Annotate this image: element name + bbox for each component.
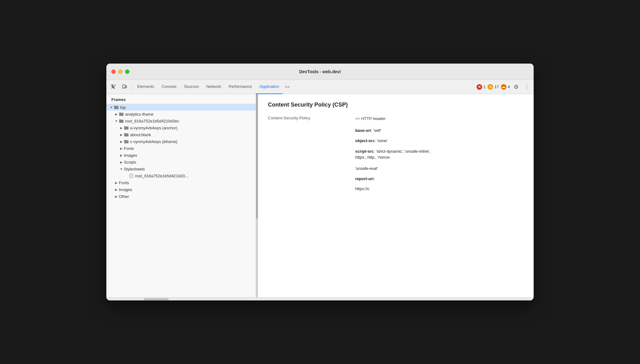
sidebar-header: Frames <box>106 94 256 104</box>
sidebar: Frames top analytics-iframe <box>106 94 256 297</box>
tab-elements[interactable]: Elements <box>133 80 158 94</box>
bottom-scrollbar-thumb <box>144 298 169 300</box>
toolbar-separator <box>131 84 132 90</box>
window-title: DevTools - web.dev/ <box>299 69 341 74</box>
csp-row-object-src: object-src: 'none' <box>268 138 524 144</box>
error-badge[interactable]: ✕ 1 <box>477 84 486 90</box>
tab-list: Elements Console Sources Network Perform… <box>133 80 476 94</box>
svg-rect-6 <box>125 86 127 88</box>
tree-arrow-fonts-outer <box>114 180 119 185</box>
tab-network[interactable]: Network <box>203 80 225 94</box>
sidebar-item-label-bframe: c-vynmy4vb4wys (bframe) <box>130 139 177 144</box>
info-icon: ▬ <box>501 84 507 90</box>
tree-arrow-bframe <box>119 139 124 144</box>
folder-icon-bframe <box>124 139 129 144</box>
sidebar-item-label-stylesheet-file: root_616a752e1b5d4210d3... <box>135 174 188 178</box>
error-count: 1 <box>483 84 486 89</box>
csp-value-header: <> HTTP header <box>355 116 385 122</box>
tab-application[interactable]: Application <box>256 80 283 94</box>
sidebar-item-fonts-outer[interactable]: Fonts <box>106 179 256 186</box>
sidebar-item-label-other-outer: Other <box>119 194 129 199</box>
titlebar: DevTools - web.dev/ <box>106 64 534 80</box>
more-options-button[interactable]: ⋮ <box>522 83 531 91</box>
tree-arrow-images-inner <box>119 153 124 158</box>
csp-row-report-uri: report-uri: https://c <box>268 176 524 192</box>
maximize-button[interactable] <box>125 69 129 74</box>
content-panel: Content Security Policy (CSP) Content-Se… <box>258 94 534 297</box>
csp-value-script-src: script-src: 'strict-dynamic', 'unsafe-in… <box>355 148 430 172</box>
csp-row-base-uri: base-uri: 'self' <box>268 127 524 134</box>
tree-arrow-scripts-inner <box>119 160 124 165</box>
tab-overflow-button[interactable]: >> <box>283 80 291 94</box>
sidebar-item-scripts-inner[interactable]: Scripts <box>106 159 256 165</box>
csp-key-header: Content-Security-Policy <box>268 116 355 120</box>
sidebar-item-label-fonts-outer: Fonts <box>119 180 129 185</box>
sidebar-resize-handle[interactable] <box>256 94 258 297</box>
warning-badge[interactable]: ⚠ 17 <box>487 84 499 90</box>
tree-arrow-fonts-inner <box>119 146 124 151</box>
folder-icon-root <box>119 119 124 123</box>
settings-button[interactable]: ⚙ <box>512 83 521 91</box>
tab-performance[interactable]: Performance <box>225 80 255 94</box>
sidebar-item-label-stylesheets-inner: Stylesheets <box>124 167 145 171</box>
error-icon: ✕ <box>477 84 482 90</box>
tree-arrow-top <box>109 105 114 110</box>
warning-icon: ⚠ <box>487 84 493 90</box>
csp-table: Content-Security-Policy <> HTTP header b… <box>268 116 524 192</box>
tree-arrow-about-blank <box>119 132 124 137</box>
sidebar-item-label-scripts-inner: Scripts <box>124 160 136 165</box>
tree-arrow-stylesheets-inner <box>119 166 124 171</box>
content-panel-title: Content Security Policy (CSP) <box>268 102 524 108</box>
sidebar-item-top[interactable]: top <box>106 104 256 111</box>
sidebar-item-anchor[interactable]: a-vynmy4vb4wys (anchor) <box>106 124 256 131</box>
sidebar-item-other-outer[interactable]: Other <box>106 193 256 200</box>
folder-icon-analytics <box>119 112 124 116</box>
sidebar-item-images-outer[interactable]: Images <box>106 186 256 193</box>
sidebar-item-bframe[interactable]: c-vynmy4vb4wys (bframe) <box>106 138 256 145</box>
http-header-tag: <> HTTP header <box>355 116 385 122</box>
csp-row-script-src: script-src: 'strict-dynamic', 'unsafe-in… <box>268 148 524 172</box>
sidebar-item-label-root: root_616a752e1b5d4210d3ec <box>125 119 179 123</box>
sidebar-item-label-fonts-inner: Fonts <box>124 146 134 151</box>
sidebar-item-label-analytics: analytics-iframe <box>125 112 153 117</box>
folder-icon-anchor <box>124 126 129 130</box>
sidebar-item-analytics-iframe[interactable]: analytics-iframe <box>106 111 256 117</box>
sidebar-item-about-blank[interactable]: about:blank <box>106 131 256 138</box>
folder-icon-about-blank <box>124 132 129 137</box>
sidebar-item-stylesheet-file[interactable]: root_616a752e1b5d4210d3... <box>106 172 256 179</box>
warning-count: 17 <box>494 84 499 89</box>
tab-sources[interactable]: Sources <box>180 80 203 94</box>
sidebar-item-label-top: top <box>120 105 126 110</box>
close-button[interactable] <box>111 69 116 74</box>
folder-icon-top <box>114 105 119 109</box>
tab-console[interactable]: Console <box>158 80 180 94</box>
devtools-window: DevTools - web.dev/ Elemen <box>106 64 534 300</box>
sidebar-item-images-inner[interactable]: Images <box>106 152 256 159</box>
sidebar-item-fonts-inner[interactable]: Fonts <box>106 145 256 152</box>
sidebar-item-stylesheets-inner[interactable]: Stylesheets <box>106 165 256 172</box>
sidebar-item-root[interactable]: root_616a752e1b5d4210d3ec <box>106 117 256 124</box>
main-area: Frames top analytics-iframe <box>106 94 534 297</box>
csp-value-object-src: object-src: 'none' <box>355 138 387 144</box>
info-badge[interactable]: ▬ 4 <box>501 84 510 90</box>
device-icon[interactable] <box>119 82 129 92</box>
sidebar-item-label-anchor: a-vynmy4vb4wys (anchor) <box>130 126 177 130</box>
tree-arrow-anchor <box>119 125 124 130</box>
csp-value-report-uri: report-uri: https://c <box>355 176 375 192</box>
traffic-lights <box>111 69 129 74</box>
sidebar-item-label-images-outer: Images <box>119 187 132 192</box>
toolbar-right: ✕ 1 ⚠ 17 ▬ 4 ⚙ ⋮ <box>477 83 531 91</box>
minimize-button[interactable] <box>118 69 123 74</box>
bottom-scrollbar[interactable] <box>106 297 534 300</box>
tree-arrow-other-outer <box>114 194 119 199</box>
csp-value-base-uri: base-uri: 'self' <box>355 127 381 134</box>
info-count: 4 <box>508 84 510 89</box>
csp-row-header: Content-Security-Policy <> HTTP header <box>268 116 524 122</box>
selector-icon[interactable] <box>109 82 119 92</box>
tree-arrow-root <box>114 118 119 123</box>
toolbar: Elements Console Sources Network Perform… <box>106 80 534 94</box>
file-icon-stylesheet <box>129 173 134 178</box>
sidebar-item-label-images-inner: Images <box>124 153 137 158</box>
tree-arrow-analytics <box>114 112 119 117</box>
sidebar-scrollbar-thumb <box>256 94 258 219</box>
